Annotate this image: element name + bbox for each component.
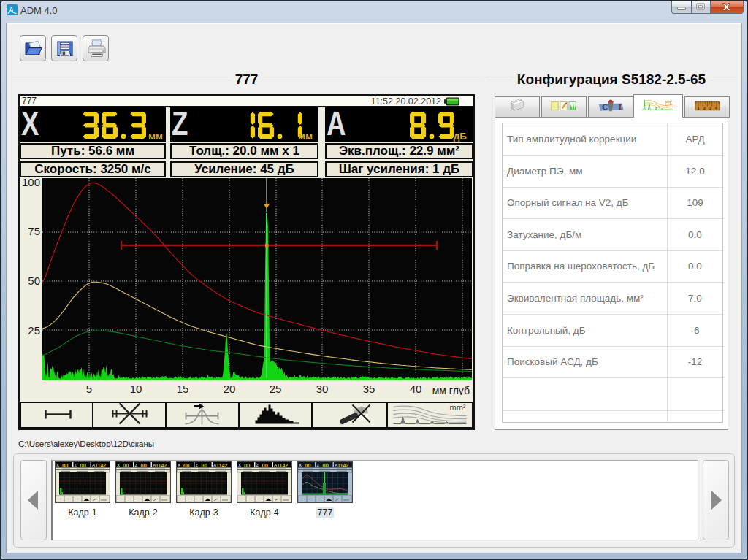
svg-text:00: 00 (244, 462, 250, 469)
svg-text:Z: Z (196, 463, 199, 467)
svg-text:2: 2 (703, 105, 706, 110)
svg-text:00: 00 (183, 462, 189, 469)
svg-text:1142: 1142 (156, 463, 167, 468)
svg-text:1142: 1142 (216, 463, 227, 468)
svg-text:Z: Z (256, 463, 259, 467)
svg-text:35: 35 (363, 383, 375, 395)
svg-text:10: 10 (130, 383, 142, 395)
svg-text:A: A (213, 463, 217, 467)
svg-text:A: A (274, 463, 278, 467)
svg-text:25: 25 (28, 324, 40, 337)
svg-text:00: 00 (305, 462, 310, 469)
svg-text:00: 00 (202, 462, 207, 469)
svg-text:00: 00 (80, 462, 86, 469)
svg-text:1142: 1142 (337, 463, 348, 468)
svg-text:C: C (602, 102, 608, 111)
svg-text:X: X (56, 463, 59, 467)
svg-text:A: A (335, 463, 338, 467)
svg-text:I: I (619, 102, 622, 111)
svg-text:00: 00 (323, 462, 329, 469)
svg-text:mm²: mm² (449, 402, 465, 411)
svg-text:A: A (153, 463, 156, 467)
svg-text:Z: Z (317, 463, 320, 467)
svg-text:100: 100 (22, 178, 40, 188)
svg-text:00: 00 (62, 462, 68, 469)
svg-text:30: 30 (316, 383, 329, 395)
svg-text:5: 5 (86, 383, 92, 395)
svg-text:50: 50 (28, 275, 40, 287)
svg-text:X: X (117, 463, 120, 467)
svg-text:X: X (178, 463, 180, 467)
svg-text:X: X (238, 463, 241, 467)
svg-text:A: A (92, 463, 96, 467)
svg-text:20: 20 (224, 383, 236, 395)
svg-text:1142: 1142 (277, 463, 288, 468)
svg-text:75: 75 (28, 225, 40, 237)
svg-text:00: 00 (123, 462, 129, 469)
svg-text:Z: Z (75, 463, 77, 467)
svg-text:1142: 1142 (95, 463, 106, 468)
svg-text:40: 40 (410, 383, 422, 395)
svg-text:00: 00 (141, 462, 147, 469)
svg-text:15: 15 (177, 383, 189, 395)
svg-text:Z: Z (135, 463, 138, 467)
svg-text:X: X (299, 463, 302, 467)
svg-text:мм глуб: мм глуб (432, 385, 470, 395)
svg-text:00: 00 (262, 462, 268, 469)
svg-text:25: 25 (270, 383, 282, 395)
svg-text:мм²: мм² (665, 99, 672, 103)
